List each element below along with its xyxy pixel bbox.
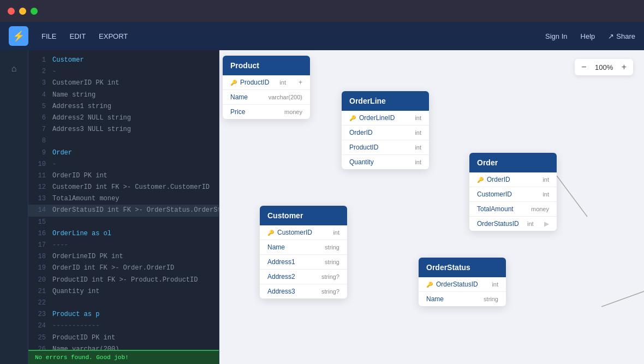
column-name: 🔑OrderLineID	[349, 114, 395, 122]
table-row[interactable]: ProductIDint	[342, 140, 429, 154]
code-line[interactable]: 13TotalAmount money	[28, 193, 219, 205]
topbar-right: Sign In Help ↗ Share	[545, 32, 635, 40]
code-line[interactable]: 7Address3 NULL string	[28, 124, 219, 135]
table-row[interactable]: Address2string?	[260, 269, 347, 284]
code-line[interactable]: 2-	[28, 66, 219, 77]
code-line[interactable]: 16OrderLine as ol	[28, 228, 219, 240]
zoom-level: 100%	[593, 63, 615, 71]
menu-edit[interactable]: EDIT	[69, 30, 86, 43]
erd-table-product[interactable]: Product🔑ProductIDint+Namevarchar(200)Pri…	[223, 56, 310, 119]
status-bar: No errors found. Good job!	[28, 350, 219, 364]
sidebar: ⌂	[0, 50, 28, 364]
app: ⚡ FILE EDIT EXPORT Sign In Help ↗ Share …	[0, 22, 644, 364]
column-name: Name	[426, 295, 444, 303]
code-line[interactable]: 9Order	[28, 147, 219, 159]
code-line[interactable]: 1Customer	[28, 55, 219, 66]
code-line[interactable]: 23Product as p	[28, 309, 219, 320]
column-name: Address2	[267, 273, 295, 281]
column-type: money	[284, 109, 302, 115]
column-type: int	[415, 115, 421, 121]
code-line[interactable]: 26Name varchar(200)	[28, 344, 219, 350]
table-row[interactable]: 🔑OrderLineIDint	[342, 111, 429, 125]
code-line[interactable]: 17----	[28, 240, 219, 251]
table-row[interactable]: Namestring	[419, 291, 506, 306]
zoom-controls: − 100% +	[575, 59, 633, 75]
code-line[interactable]: 3CustomerID PK int	[28, 77, 219, 89]
table-row[interactable]: Pricemoney	[223, 104, 310, 119]
svg-line-2	[601, 266, 644, 307]
erd-table-order[interactable]: Order🔑OrderIDintCustomerIDintTotalAmount…	[469, 153, 557, 231]
table-row[interactable]: 🔑CustomerIDint	[260, 225, 347, 240]
column-name: Quantity	[349, 158, 374, 166]
code-line[interactable]: 22	[28, 297, 219, 309]
code-line[interactable]: 19OrderID int FK >- Order.OrderID	[28, 262, 219, 274]
canvas-area[interactable]: − 100% + Product🔑ProductIDint+Namevarcha…	[219, 50, 644, 364]
key-icon: 🔑	[477, 177, 484, 183]
table-row[interactable]: TotalAmountmoney	[469, 201, 557, 216]
code-line[interactable]: 11OrderID PK int	[28, 170, 219, 182]
key-icon: 🔑	[230, 80, 237, 86]
code-line[interactable]: 25ProductID PK int	[28, 332, 219, 344]
menu-file[interactable]: FILE	[41, 30, 56, 43]
code-line[interactable]: 12CustomerID int FK >- Customer.Customer…	[28, 182, 219, 193]
table-row[interactable]: CustomerIDint	[469, 187, 557, 201]
code-line[interactable]: 24------------	[28, 320, 219, 332]
code-line[interactable]: 6Address2 NULL string	[28, 112, 219, 124]
column-type: varchar(200)	[269, 94, 302, 100]
code-line[interactable]: 4Name string	[28, 89, 219, 101]
app-logo: ⚡	[9, 26, 28, 46]
window-chrome	[0, 0, 644, 22]
close-button[interactable]	[8, 8, 15, 15]
share-button[interactable]: ↗ Share	[608, 32, 635, 40]
key-icon: 🔑	[267, 230, 274, 236]
share-icon: ↗	[608, 32, 614, 40]
sign-in-button[interactable]: Sign In	[545, 32, 567, 40]
code-line[interactable]: 20ProductID int FK >- Product.ProductID	[28, 275, 219, 286]
column-name: Name	[267, 243, 285, 251]
column-name: Price	[230, 108, 245, 116]
column-name: 🔑ProductID	[230, 79, 269, 86]
column-name: Address3	[267, 288, 295, 295]
table-row[interactable]: 🔑OrderStatusIDint	[419, 277, 506, 291]
column-name: CustomerID	[477, 190, 512, 198]
home-icon[interactable]: ⌂	[4, 59, 24, 79]
column-type: int	[415, 129, 421, 136]
column-name: OrderID	[349, 129, 373, 136]
table-row[interactable]: OrderIDint	[342, 125, 429, 140]
table-row[interactable]: 🔑ProductIDint+	[223, 75, 310, 89]
column-type: string	[325, 244, 339, 250]
column-type: string?	[321, 288, 339, 295]
svg-line-0	[557, 176, 587, 217]
table-row[interactable]: 🔑OrderIDint	[469, 172, 557, 187]
erd-table-orderstatus[interactable]: OrderStatus🔑OrderStatusIDintNamestring	[419, 258, 506, 306]
erd-table-customer[interactable]: Customer🔑CustomerIDintNamestringAddress1…	[260, 206, 347, 299]
table-row[interactable]: OrderStatusIDint▶	[469, 216, 557, 231]
code-panel: 1Customer2-3CustomerID PK int4Name strin…	[28, 50, 219, 364]
code-line[interactable]: 14OrderStatusID int FK >- OrderStatus.Or…	[28, 205, 219, 216]
add-row-button[interactable]: +	[299, 79, 302, 86]
code-line[interactable]: 8	[28, 135, 219, 147]
code-line[interactable]: 18OrderLineID PK int	[28, 251, 219, 262]
code-line[interactable]: 5Address1 string	[28, 101, 219, 112]
column-type: int	[542, 191, 549, 198]
minimize-button[interactable]	[19, 8, 26, 15]
key-icon: 🔑	[426, 282, 433, 288]
code-line[interactable]: 10-	[28, 159, 219, 170]
column-name: ProductID	[349, 144, 378, 151]
table-row[interactable]: Namestring	[260, 240, 347, 254]
help-button[interactable]: Help	[581, 32, 595, 40]
table-row[interactable]: Namevarchar(200)	[223, 89, 310, 104]
column-type: string	[484, 296, 498, 302]
code-line[interactable]: 15	[28, 217, 219, 228]
key-icon: 🔑	[349, 115, 356, 121]
zoom-in-button[interactable]: +	[622, 62, 627, 72]
maximize-button[interactable]	[31, 8, 38, 15]
menu-export[interactable]: EXPORT	[99, 30, 128, 43]
zoom-out-button[interactable]: −	[581, 62, 586, 72]
table-row[interactable]: Address1string	[260, 254, 347, 269]
erd-table-orderline[interactable]: OrderLine🔑OrderLineIDintOrderIDintProduc…	[342, 91, 429, 169]
code-line[interactable]: 21Quantity int	[28, 286, 219, 297]
code-editor[interactable]: 1Customer2-3CustomerID PK int4Name strin…	[28, 50, 219, 350]
table-row[interactable]: Address3string?	[260, 284, 347, 299]
table-row[interactable]: Quantityint	[342, 154, 429, 169]
